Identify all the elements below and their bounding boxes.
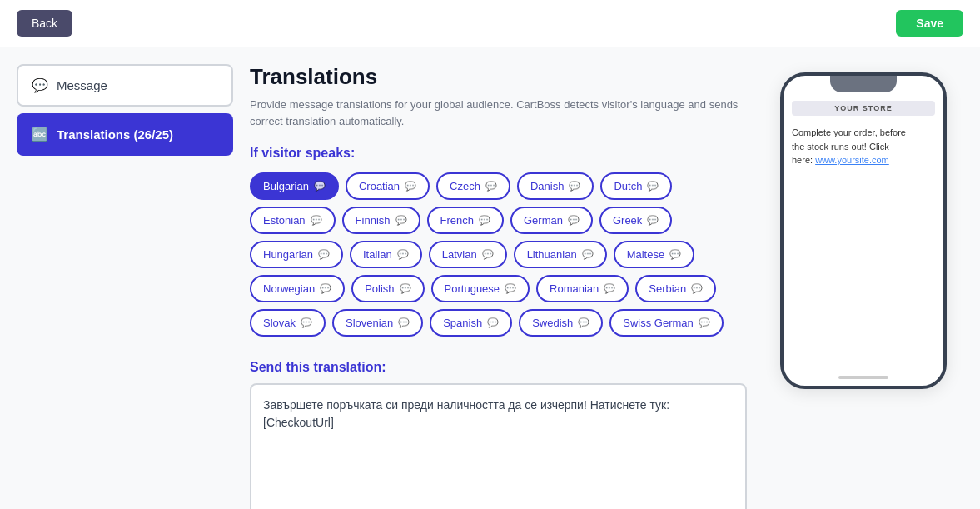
- if-visitor-speaks-label: If visitor speaks:: [250, 146, 747, 161]
- phone-area: YOUR STORE Complete your order, before t…: [764, 64, 963, 509]
- lang-btn-finnish[interactable]: Finnish💬: [342, 207, 420, 234]
- top-bar: Back Save: [0, 0, 980, 47]
- phone-message-line3: here:: [792, 155, 813, 165]
- lang-btn-maltese[interactable]: Maltese💬: [614, 241, 695, 268]
- save-button[interactable]: Save: [896, 10, 963, 37]
- lang-btn-polish[interactable]: Polish💬: [351, 275, 424, 302]
- sidebar-item-translations[interactable]: 🔤 Translations (26/25): [17, 113, 233, 156]
- lang-btn-bulgarian[interactable]: Bulgarian💬: [250, 172, 339, 200]
- sidebar-item-message-label: Message: [57, 78, 107, 92]
- main-layout: 💬 Message 🔤 Translations (26/25) Transla…: [0, 47, 980, 509]
- translation-textarea[interactable]: [250, 383, 747, 509]
- message-icon: 💬: [32, 77, 48, 93]
- lang-btn-romanian[interactable]: Romanian💬: [536, 275, 629, 302]
- lang-btn-serbian[interactable]: Serbian💬: [635, 275, 716, 302]
- translations-icon: 🔤: [32, 127, 48, 142]
- phone-screen: YOUR STORE Complete your order, before t…: [784, 92, 943, 176]
- sidebar-item-translations-label: Translations (26/25): [57, 127, 173, 142]
- lang-btn-italian[interactable]: Italian💬: [350, 241, 422, 268]
- phone-message-line2: the stock runs out! Click: [792, 142, 889, 152]
- lang-btn-danish[interactable]: Danish💬: [517, 172, 594, 200]
- language-grid: Bulgarian💬Croatian💬Czech💬Danish💬Dutch💬Es…: [250, 172, 747, 337]
- page-description: Provide message translations for your gl…: [250, 97, 747, 129]
- lang-btn-french[interactable]: French💬: [427, 207, 504, 234]
- lang-btn-slovak[interactable]: Slovak💬: [250, 309, 326, 337]
- lang-btn-slovenian[interactable]: Slovenian💬: [332, 309, 423, 337]
- lang-btn-croatian[interactable]: Croatian💬: [346, 172, 430, 200]
- phone-store-label: YOUR STORE: [792, 101, 935, 116]
- page-title: Translations: [250, 64, 747, 90]
- lang-btn-latvian[interactable]: Latvian💬: [429, 241, 507, 268]
- lang-btn-lithuanian[interactable]: Lithuanian💬: [514, 241, 607, 268]
- back-button[interactable]: Back: [17, 10, 72, 37]
- phone-link: www.yoursite.com: [815, 155, 889, 165]
- lang-btn-spanish[interactable]: Spanish💬: [430, 309, 512, 337]
- lang-btn-estonian[interactable]: Estonian💬: [250, 207, 336, 234]
- phone-mockup: YOUR STORE Complete your order, before t…: [780, 72, 947, 389]
- phone-home-bar: [838, 376, 888, 379]
- send-translation-label: Send this translation:: [250, 360, 747, 375]
- lang-btn-norwegian[interactable]: Norwegian💬: [250, 275, 345, 302]
- lang-btn-hungarian[interactable]: Hungarian💬: [250, 241, 343, 268]
- sidebar: 💬 Message 🔤 Translations (26/25): [17, 64, 233, 509]
- lang-btn-czech[interactable]: Czech💬: [436, 172, 510, 200]
- lang-btn-greek[interactable]: Greek💬: [599, 207, 672, 234]
- lang-btn-dutch[interactable]: Dutch💬: [600, 172, 672, 200]
- sidebar-item-message[interactable]: 💬 Message: [17, 64, 233, 107]
- phone-notch: [830, 76, 897, 92]
- lang-btn-german[interactable]: German💬: [510, 207, 593, 234]
- phone-message: Complete your order, before the stock ru…: [792, 126, 935, 167]
- phone-message-line1: Complete your order, before: [792, 127, 906, 137]
- lang-btn-swiss-german[interactable]: Swiss German💬: [609, 309, 724, 337]
- lang-btn-swedish[interactable]: Swedish💬: [519, 309, 603, 337]
- lang-btn-portuguese[interactable]: Portuguese💬: [431, 275, 530, 302]
- content-area: Translations Provide message translation…: [250, 64, 747, 509]
